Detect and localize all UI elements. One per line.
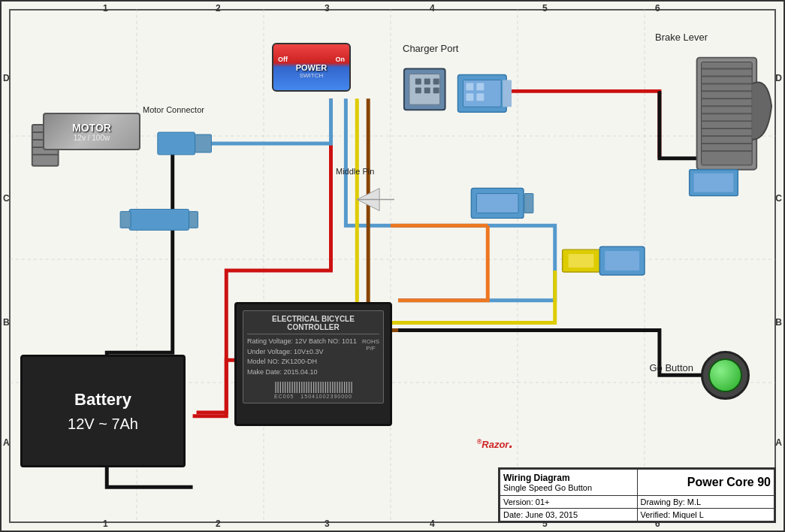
- date-label: Date: June 03, 2015: [500, 509, 638, 521]
- title-block: Wiring Diagram Single Speed Go Button Po…: [498, 467, 776, 523]
- go-button-inner: [708, 358, 742, 392]
- svg-rect-16: [424, 78, 430, 84]
- svg-rect-25: [466, 93, 473, 101]
- brake-lever-label: Brake Lever: [655, 32, 708, 43]
- controller-rohs: ROHS P/F: [362, 338, 379, 352]
- go-button-label: Go Button: [649, 362, 693, 373]
- battery-component: Battery 12V ~ 7Ah: [20, 355, 186, 467]
- svg-rect-27: [503, 80, 512, 107]
- switch-on-label: On: [336, 56, 346, 63]
- grid-row-A-right: A: [775, 437, 782, 448]
- diagram-container: 1 2 3 4 5 6 1 2 3 4 5 6 D C B A D C B A: [0, 0, 785, 532]
- svg-rect-34: [605, 251, 639, 271]
- wiring-diagram-label: Wiring Diagram: [503, 473, 634, 483]
- battery-spec: 12V ~ 7Ah: [68, 416, 138, 433]
- svg-rect-10: [129, 209, 189, 230]
- motor-connector-label: Motor Connector: [143, 105, 204, 114]
- svg-rect-19: [424, 87, 430, 93]
- svg-rect-11: [120, 211, 131, 228]
- controller-barcode: ||||||||||||||||||||||||||||||||| EC005 …: [247, 380, 379, 399]
- svg-rect-30: [524, 194, 533, 213]
- svg-rect-8: [158, 132, 195, 155]
- version-label: Version: 01+: [500, 496, 638, 509]
- product-name: Power Core 90: [641, 476, 771, 489]
- middle-pin-label: Middle Pin: [336, 167, 374, 176]
- svg-rect-12: [189, 211, 198, 228]
- switch-on-off-labels: Off On: [273, 56, 349, 63]
- svg-rect-32: [569, 254, 594, 268]
- svg-rect-23: [466, 83, 473, 90]
- controller-component: ELECTRICAL BICYCLE CONTROLLER Rating Vol…: [234, 302, 392, 426]
- charger-port-label: Charger Port: [403, 43, 458, 54]
- motor-label: MOTOR: [72, 122, 111, 134]
- svg-rect-52: [694, 174, 734, 192]
- grid-row-D-right: D: [775, 73, 782, 83]
- motor-component: MOTOR 12v / 100w: [43, 113, 140, 150]
- drawing-by-label: Drawing By: M.L: [637, 496, 774, 509]
- grid-row-C-right: C: [775, 193, 782, 204]
- battery-label: Battery: [74, 390, 131, 410]
- svg-rect-18: [415, 87, 421, 93]
- power-switch-component: Off On POWER SWITCH: [272, 43, 351, 92]
- svg-rect-24: [476, 83, 484, 90]
- controller-title: ELECTRICAL BICYCLE CONTROLLER: [247, 315, 379, 334]
- switch-sub-text: SWITCH: [300, 72, 324, 79]
- svg-rect-15: [415, 78, 421, 84]
- switch-power-text: POWER: [296, 63, 328, 72]
- verified-label: Verified: Miquel L: [637, 509, 774, 521]
- svg-rect-29: [476, 194, 518, 213]
- go-button-component: [701, 351, 750, 400]
- diagram-subtitle: Single Speed Go Button: [503, 483, 634, 492]
- motor-spec: 12v / 100w: [74, 134, 110, 142]
- svg-rect-17: [433, 78, 439, 84]
- svg-rect-26: [476, 93, 484, 101]
- svg-rect-20: [433, 87, 439, 93]
- controller-inner: ELECTRICAL BICYCLE CONTROLLER Rating Vol…: [243, 310, 384, 404]
- switch-off-label: Off: [278, 56, 288, 63]
- razor-logo: ®Razor.: [477, 434, 513, 452]
- svg-rect-9: [195, 135, 212, 153]
- grid-row-B-right: B: [775, 317, 782, 328]
- controller-specs: Rating Voltage: 12V Batch NO: 1011 Under…: [247, 337, 379, 377]
